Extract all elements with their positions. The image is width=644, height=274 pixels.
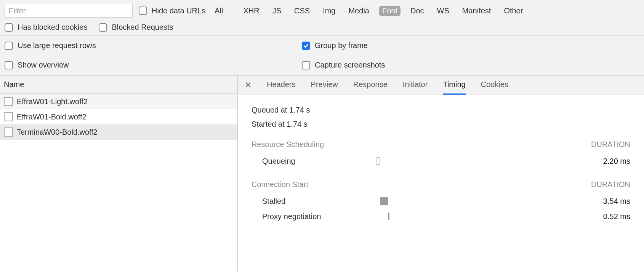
type-chip-font[interactable]: Font: [379, 6, 400, 16]
type-chip-ws[interactable]: WS: [434, 6, 452, 16]
request-name: TerminaW00-Bold.woff2: [17, 128, 98, 137]
file-icon: [4, 127, 13, 137]
column-header-name[interactable]: Name: [0, 76, 237, 94]
timing-section-header: Connection StartDURATION: [252, 180, 630, 189]
tab-timing[interactable]: Timing: [443, 80, 465, 95]
checkbox-box: [302, 42, 310, 50]
timing-bar-cell: [376, 212, 577, 221]
hide-data-urls-label: Hide data URLs: [152, 6, 205, 15]
type-chip-doc[interactable]: Doc: [407, 6, 427, 16]
timing-duration: 0.52 ms: [577, 212, 630, 221]
type-separator: [233, 5, 233, 16]
group-by-frame-checkbox[interactable]: Group by frame: [302, 41, 639, 50]
timing-duration: 3.54 ms: [577, 197, 630, 206]
timing-sections: Resource SchedulingDURATIONQueueing2.20 …: [252, 140, 630, 224]
blocked-requests-label: Blocked Requests: [112, 23, 173, 32]
filter-bar: Hide data URLs AllXHRJSCSSImgMediaFontDo…: [0, 0, 644, 36]
timing-bar-cell: [376, 156, 577, 166]
capture-screenshots-checkbox[interactable]: Capture screenshots: [302, 61, 639, 69]
section-title: Resource Scheduling: [252, 140, 324, 149]
tab-cookies[interactable]: Cookies: [481, 80, 508, 95]
timing-section-header: Resource SchedulingDURATION: [252, 140, 630, 149]
queued-at: Queued at 1.74 s: [252, 106, 630, 114]
type-chip-media[interactable]: Media: [345, 6, 372, 16]
timing-label: Stalled: [262, 197, 376, 206]
request-list: EffraW01-Light.woff2EffraW01-Bold.woff2T…: [0, 94, 237, 140]
filter-input[interactable]: [5, 4, 133, 18]
request-name: EffraW01-Light.woff2: [17, 97, 88, 106]
timing-row: Proxy negotiation0.52 ms: [252, 209, 630, 224]
type-chip-all[interactable]: All: [211, 6, 226, 16]
timing-duration: 2.20 ms: [577, 157, 630, 166]
detail-tabs: ✕ HeadersPreviewResponseInitiatorTimingC…: [238, 76, 644, 95]
checkbox-box: [302, 61, 310, 69]
tab-headers[interactable]: Headers: [267, 80, 296, 95]
type-chip-xhr[interactable]: XHR: [240, 6, 262, 16]
duration-column-label: DURATION: [591, 180, 630, 189]
tab-response[interactable]: Response: [353, 80, 388, 95]
timing-bar: [376, 157, 380, 165]
blocked-requests-checkbox[interactable]: Blocked Requests: [99, 23, 173, 32]
has-blocked-cookies-checkbox[interactable]: Has blocked cookies: [5, 23, 87, 32]
tab-initiator[interactable]: Initiator: [403, 80, 428, 95]
checkbox-box: [5, 42, 13, 50]
timing-row: Queueing2.20 ms: [252, 153, 630, 169]
use-large-rows-label: Use large request rows: [18, 41, 96, 50]
started-at: Started at 1.74 s: [252, 120, 630, 129]
request-list-pane: Name EffraW01-Light.woff2EffraW01-Bold.w…: [0, 76, 238, 271]
type-chip-other[interactable]: Other: [501, 6, 526, 16]
group-by-frame-label: Group by frame: [315, 41, 368, 50]
timing-bar: [388, 213, 389, 220]
hide-data-urls-checkbox[interactable]: Hide data URLs: [139, 6, 205, 15]
timing-bar: [380, 197, 388, 205]
request-row[interactable]: EffraW01-Bold.woff2: [0, 109, 237, 124]
timing-label: Proxy negotiation: [262, 212, 376, 221]
type-chip-css[interactable]: CSS: [291, 6, 313, 16]
type-filters: AllXHRJSCSSImgMediaFontDocWSManifestOthe…: [211, 5, 526, 16]
timing-row: Stalled3.54 ms: [252, 193, 630, 209]
show-overview-label: Show overview: [18, 61, 69, 69]
tab-preview[interactable]: Preview: [311, 80, 338, 95]
show-overview-checkbox[interactable]: Show overview: [5, 61, 302, 69]
request-row[interactable]: EffraW01-Light.woff2: [0, 94, 237, 109]
has-blocked-cookies-label: Has blocked cookies: [18, 23, 87, 32]
options-bar: Use large request rows Group by frame Sh…: [0, 36, 644, 76]
use-large-rows-checkbox[interactable]: Use large request rows: [5, 41, 302, 50]
timing-label: Queueing: [262, 157, 376, 166]
type-chip-manifest[interactable]: Manifest: [459, 6, 494, 16]
detail-pane: ✕ HeadersPreviewResponseInitiatorTimingC…: [238, 76, 644, 271]
checkbox-box: [99, 23, 107, 32]
filter-row-1: Hide data URLs AllXHRJSCSSImgMediaFontDo…: [5, 4, 639, 18]
capture-screenshots-label: Capture screenshots: [315, 61, 385, 69]
timing-bar-cell: [376, 197, 577, 206]
checkbox-box: [5, 61, 13, 69]
type-chip-img[interactable]: Img: [320, 6, 338, 16]
close-icon[interactable]: ✕: [245, 81, 252, 94]
detail-tabs-inner: HeadersPreviewResponseInitiatorTimingCoo…: [267, 80, 508, 95]
type-chip-js[interactable]: JS: [269, 6, 284, 16]
split-panes: Name EffraW01-Light.woff2EffraW01-Bold.w…: [0, 76, 644, 271]
checkbox-box: [5, 23, 13, 32]
request-name: EffraW01-Bold.woff2: [17, 113, 87, 121]
section-title: Connection Start: [252, 180, 308, 189]
timing-body: Queued at 1.74 s Started at 1.74 s Resou…: [238, 95, 644, 224]
duration-column-label: DURATION: [591, 140, 630, 149]
checkbox-box: [139, 6, 147, 15]
filter-row-2: Has blocked cookies Blocked Requests: [5, 23, 639, 32]
file-icon: [4, 112, 13, 121]
request-row[interactable]: TerminaW00-Bold.woff2: [0, 124, 237, 140]
file-icon: [4, 97, 13, 106]
